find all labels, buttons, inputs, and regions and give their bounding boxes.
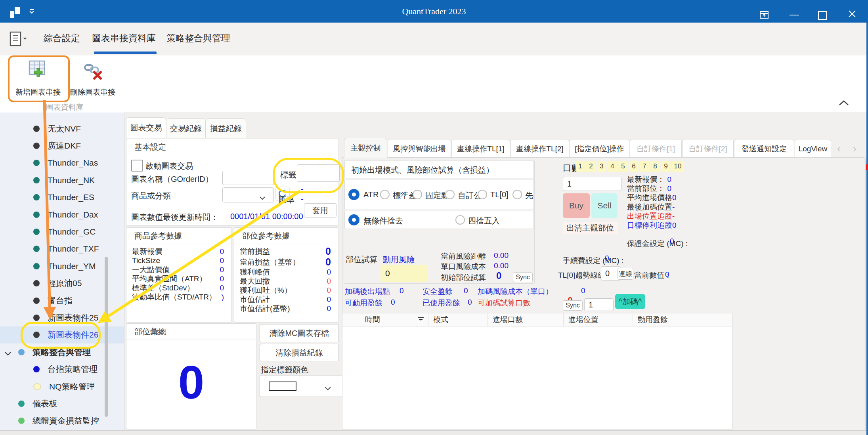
table-col-entry-lots[interactable]: 進場口數	[488, 313, 564, 326]
tab-chart-trading[interactable]: 圖表交易	[126, 117, 166, 138]
radio-round-down-label: 無條件捨去	[363, 216, 403, 226]
subtab-manual-control[interactable]: 主觀控制	[344, 138, 387, 158]
subtab-notification[interactable]: 發送通知設定	[734, 139, 794, 158]
clear-pnl-button[interactable]: 清除損益紀錄	[260, 344, 339, 361]
minimize-button[interactable]	[790, 15, 799, 15]
table-col-time[interactable]: 時間	[360, 313, 428, 326]
radio-round-half[interactable]	[455, 215, 465, 225]
sidebar-item[interactable]: 无太NVF	[0, 120, 124, 137]
quote-row: 最後加碼位置-	[627, 202, 671, 212]
lot-button-1[interactable]: 1	[575, 161, 585, 172]
tag-input[interactable]	[297, 164, 340, 182]
expander-chevron-icon[interactable]	[4, 349, 12, 359]
sidebar-item[interactable]: Thunder_Nas	[0, 155, 124, 172]
radio-atr[interactable]	[348, 189, 359, 200]
radio-custom-formula[interactable]	[445, 190, 455, 199]
sidebar-item[interactable]: Thunder_Dax	[0, 206, 124, 223]
risk-label: 動用風險	[383, 254, 415, 265]
lot-button-9[interactable]: 9	[661, 161, 671, 172]
filter-icon[interactable]	[418, 315, 424, 324]
clear-mc-chart-button[interactable]: 清除MC圖表存檔	[260, 324, 339, 342]
position-reference-panel: 部位參考數據 當前損益0 當前損益（基幣）0 獲利峰值0 最大回撤0 獲利回吐（…	[234, 227, 339, 322]
order-qty-input[interactable]: 1	[563, 177, 621, 191]
delete-chart-link-button[interactable]: 刪除圖表串接	[67, 59, 118, 97]
subtab-custom-1[interactable]: 自訂條件[1]	[630, 139, 682, 158]
subtab-prev-arrow[interactable]: ‹	[837, 143, 841, 155]
bullet-icon	[33, 298, 40, 304]
fee-setting-label: 手續費設定 (MC) :	[563, 256, 623, 266]
subtab-logview[interactable]: LogView	[795, 139, 831, 158]
lot-button-8[interactable]: 8	[650, 161, 660, 172]
table-col-used-margin[interactable]: 動用盈餘	[633, 313, 732, 326]
close-button[interactable]	[847, 9, 857, 20]
bullet-icon	[18, 418, 25, 424]
ref-row: 市值估計(基幣)0	[240, 304, 331, 313]
menu-item-general[interactable]: 綜合設定	[44, 32, 80, 44]
subtab-trendline-1[interactable]: 畫線操作TL[1]	[451, 139, 510, 158]
close-manual-position-button[interactable]: 出清主觀部位	[563, 222, 618, 234]
tab-pnl-records[interactable]: 損益紀錄	[206, 118, 246, 138]
subtab-next-arrow[interactable]: ›	[853, 143, 857, 155]
maximize-button[interactable]	[818, 11, 827, 20]
file-menu-icon[interactable]	[10, 31, 29, 49]
sync-button-2[interactable]: Sync	[563, 300, 583, 311]
lot-button-5[interactable]: 5	[618, 161, 628, 172]
add-chart-link-button[interactable]: 新增圖表串接	[12, 59, 64, 97]
product-reference-panel: 商品參考數據 最新報價0 TickSize0 一大點價值0 平均真實區間（ATR…	[126, 227, 232, 322]
tag-color-select[interactable]	[260, 376, 343, 397]
quote-row: 最新報價：0	[627, 175, 671, 184]
dock-panel-icon[interactable]	[760, 11, 769, 21]
buy-button[interactable]: Buy	[563, 193, 590, 218]
subtab-trendline-2[interactable]: 畫線操作TL[2]	[510, 139, 569, 158]
menu-item-chart-db[interactable]: 圖表串接資料庫	[92, 32, 156, 44]
ribbon-collapse-icon[interactable]	[838, 99, 850, 109]
chart-name-input[interactable]	[222, 171, 274, 185]
sidebar-item[interactable]: Thunder_ES	[0, 189, 124, 206]
sidebar-scrollbar[interactable]	[105, 257, 108, 417]
category-select[interactable]	[222, 187, 274, 202]
used-margin-label: 已使用盈餘	[423, 298, 460, 308]
category-label: 商品或分類	[131, 191, 171, 201]
menu-item-strategy[interactable]: 策略整合與管理	[166, 32, 230, 44]
lot-button-2[interactable]: 2	[586, 161, 596, 172]
sidebar-item[interactable]: Thunder_TXF	[0, 240, 124, 258]
sell-button[interactable]: Sell	[591, 193, 618, 218]
addon-button[interactable]: ^加碼^	[615, 294, 645, 309]
menu-bar: 綜合設定 圖表串接資料庫 策略整合與管理	[0, 23, 868, 55]
subtab-price-level[interactable]: [指定價位]操作	[570, 139, 629, 158]
table-col-entry-price[interactable]: 進場位置	[564, 313, 633, 326]
sync-button-1[interactable]: Sync	[513, 272, 533, 282]
lot-button-7[interactable]: 7	[640, 161, 649, 172]
sidebar-item[interactable]: Thunder_GC	[0, 223, 124, 240]
bullet-icon	[33, 383, 41, 390]
risk-amount-input[interactable]: 0	[380, 265, 428, 282]
tl-connect-button[interactable]: 連線	[618, 268, 633, 280]
tab-trade-records[interactable]: 交易紀錄	[166, 118, 206, 138]
radio-tl0[interactable]	[478, 190, 487, 199]
ribbon: 新增圖表串接 刪除圖表串接 圖表資料庫	[0, 55, 868, 113]
table-col-selector[interactable]	[342, 313, 360, 326]
subtab-risk-exit[interactable]: 風控與智能出場	[388, 139, 451, 158]
safe-margin-value: 0	[464, 286, 468, 295]
subtab-custom-2[interactable]: 自訂條件[2]	[682, 139, 734, 158]
lot-button-6[interactable]: 6	[629, 161, 639, 172]
panel-title: 商品參考數據	[126, 228, 231, 244]
lot-button-3[interactable]: 3	[597, 161, 606, 172]
app-window: QuantTrader 2023 綜合設定 圖表串接資料庫 策略整合與管理	[0, 0, 868, 435]
lot-button-10[interactable]: 10	[672, 161, 684, 172]
radio-none[interactable]	[512, 190, 522, 199]
apply-button[interactable]: 套用	[304, 203, 336, 218]
table-col-mode[interactable]: 模式	[428, 313, 488, 326]
radio-stddev[interactable]	[380, 190, 390, 199]
panel-title: 部位參考數據	[234, 228, 338, 244]
sidebar-item[interactable]: 廣達DKF	[0, 137, 124, 154]
lot-button-4[interactable]: 4	[608, 161, 617, 172]
table-add-icon	[27, 59, 49, 84]
radio-atr-label: ATR	[363, 190, 379, 199]
sidebar-item[interactable]: Thunder_NK	[0, 172, 124, 189]
addon-qty-input[interactable]: 1	[584, 298, 614, 311]
radio-round-down[interactable]	[348, 214, 359, 225]
radio-fixed[interactable]	[413, 190, 422, 199]
enable-chart-trading-checkbox[interactable]	[131, 160, 143, 172]
spot-value: -	[301, 185, 304, 194]
